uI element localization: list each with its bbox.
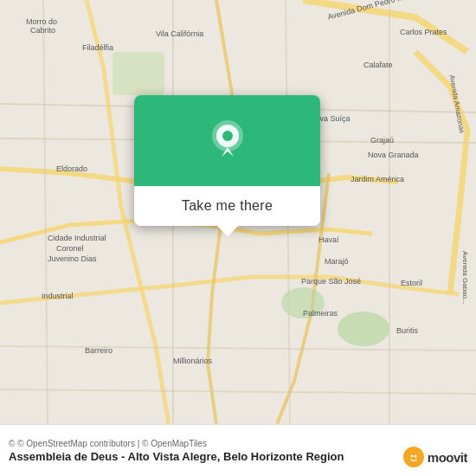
moovit-logo: moovit [403, 447, 467, 467]
footer-bar: © © OpenStreetMap contributors | © OpenM… [0, 424, 476, 476]
copyright-icon: © [9, 439, 15, 448]
svg-text:Avenida Gabaú...: Avenida Gabaú... [461, 251, 469, 305]
svg-text:Grajaú: Grajaú [370, 136, 394, 145]
moovit-text: moovit [428, 450, 467, 465]
svg-text:Palmeiras: Palmeiras [303, 309, 338, 318]
svg-point-34 [408, 452, 420, 464]
popup-card: Take me there [134, 95, 320, 226]
map-container: Morro do Cabrito Filadélfia Vila Califór… [0, 0, 476, 424]
svg-text:Estoril: Estoril [401, 279, 422, 287]
svg-text:Calafate: Calafate [363, 61, 393, 69]
svg-text:Nova Granada: Nova Granada [368, 151, 419, 159]
svg-text:Havaí: Havaí [318, 235, 339, 244]
svg-text:Morro do: Morro do [26, 17, 57, 26]
svg-text:Jardim América: Jardim América [351, 175, 404, 183]
svg-text:Juvenino Dias: Juvenino Dias [48, 254, 97, 263]
popup-pointer [216, 225, 239, 236]
location-pin-icon [209, 119, 246, 164]
place-name-text: Assembleia de Deus - Alto Vista Alegre, … [9, 450, 467, 463]
svg-text:Coronel: Coronel [56, 244, 84, 253]
svg-point-33 [222, 131, 233, 141]
attribution-content: © OpenStreetMap contributors | © OpenMap… [17, 439, 207, 448]
attribution-text: © © OpenStreetMap contributors | © OpenM… [9, 439, 467, 448]
popup-header [134, 95, 320, 186]
svg-text:Buritis: Buritis [396, 326, 419, 335]
svg-point-35 [410, 455, 413, 458]
svg-text:Filadélfia: Filadélfia [82, 43, 113, 52]
svg-text:Barreiro: Barreiro [85, 346, 113, 355]
svg-point-36 [414, 455, 416, 458]
svg-text:Cidade Industrial: Cidade Industrial [48, 234, 106, 242]
svg-text:Millionários: Millionários [173, 357, 213, 365]
moovit-mascot-icon [403, 447, 424, 467]
svg-text:Cabrito: Cabrito [30, 26, 55, 35]
svg-text:Parque São José: Parque São José [301, 277, 361, 286]
svg-text:Industrial: Industrial [42, 292, 74, 300]
take-me-there-button[interactable]: Take me there [134, 186, 320, 226]
svg-text:Carlos Prates: Carlos Prates [400, 28, 447, 36]
svg-text:Marajó: Marajó [325, 257, 349, 266]
svg-text:Eldorado: Eldorado [56, 164, 87, 173]
svg-point-2 [338, 312, 389, 346]
svg-text:Vila Califórnia: Vila Califórnia [156, 29, 203, 38]
svg-rect-3 [113, 52, 164, 95]
